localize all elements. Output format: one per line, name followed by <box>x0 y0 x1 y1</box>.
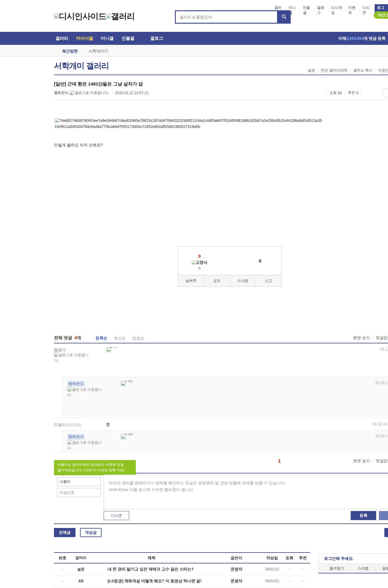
col-rec: 추천 <box>296 555 310 561</box>
view-post-link[interactable]: 본문 보기 <box>353 335 370 341</box>
comment-page-1[interactable]: 1 <box>278 458 281 463</box>
comment-gallog-link[interactable]: 갤로그로 이동합니다. <box>54 352 93 363</box>
scrap-link[interactable]: 스크랩 <box>358 566 369 571</box>
login-message: 로그인해 주세요. <box>319 554 388 563</box>
minor-gallery-badge-icon: ⓜ <box>104 49 108 53</box>
broken-image-icon <box>192 261 196 265</box>
nav-item-persongal[interactable]: 인물갤 <box>122 36 134 41</box>
top-link-dccon[interactable]: 디시콘 <box>363 5 371 15</box>
report-button[interactable]: 신고 <box>256 275 281 286</box>
scrap-button[interactable]: 스크랩 <box>230 275 256 286</box>
broken-image-icon <box>54 14 59 18</box>
comment-submit-secondary-button[interactable]: 등록 <box>379 511 388 520</box>
comment-textarea[interactable]: 타인의 권리를 침해하거나 명예를 훼손하는 댓글은 운영원칙 및 관련 법률에… <box>104 475 388 509</box>
gallog-link[interactable]: 갤로그로 이동합니다. <box>75 90 109 95</box>
comment-time: 01.12 1 <box>376 381 388 385</box>
stat-count: 2,615,954 <box>346 36 364 41</box>
search-input[interactable] <box>175 10 277 24</box>
comment-author-highlight[interactable]: 햄찌펀드 <box>67 434 85 440</box>
gallery-title[interactable]: 서학개미 갤러리 <box>54 61 109 71</box>
top-link-event[interactable]: 이벤트 <box>348 5 357 15</box>
col-title: 제목 <box>91 555 212 561</box>
main-nav: 갤러리 마이너갤 미니갤 인물갤 갤로그 어제 2,615,954 개 댓글 등… <box>0 32 388 45</box>
comment-header-actions: 본문 보기 댓글닫기 <box>353 335 388 341</box>
related-gallery-link[interactable]: 연관 갤러리(2/0) <box>321 68 347 73</box>
clipped-write-button[interactable] <box>384 528 388 537</box>
post-link[interactable]: 내 돈 관리 맡기고 싶은 재테크 고수 같은 스타는? <box>91 566 212 572</box>
comment-gallog-link[interactable]: 갤로그로 이동합니다. <box>67 440 106 451</box>
vote-action-bar: 실베추 공유 스크랩 신고 <box>178 275 281 286</box>
notification-link[interactable]: 알림 <box>382 566 388 571</box>
nav-item-minigal[interactable]: 미니갤 <box>101 36 114 41</box>
col-views: 조회 <box>283 555 296 561</box>
post-stats: 조회 80 추천 0 <box>324 90 364 95</box>
password-input[interactable] <box>57 488 101 497</box>
post-link[interactable]: [LS증권] 계좌개설 어떻게 해요? 이 동영상 하나면 끝! <box>91 578 212 584</box>
comments-count-unit: 개 <box>77 335 81 340</box>
sort-reply[interactable]: 답글순 <box>132 336 144 341</box>
tooltip-line2: 갤닉네임입니다. (삭제 시 닉네임 등록 가능) <box>57 468 132 473</box>
fixed-nick-label: 고정닉 <box>196 260 207 265</box>
post-body-text: 이렇게 올라도 아직 손해죠? <box>54 142 103 148</box>
comment-reply-panel: 햄찌펀드 갤로그로 이동합니다. ㅎ극01 01.12 1 <box>62 377 388 416</box>
search-box <box>175 10 291 24</box>
comment-gallog-link[interactable]: 갤로그로 이동합니다. <box>67 387 106 398</box>
settings-link[interactable]: 설정 <box>308 68 315 73</box>
sort-registered[interactable]: 등록순 <box>95 336 107 341</box>
view-post-link[interactable]: 본문 보기 <box>353 458 370 464</box>
comment-submit-button[interactable]: 등록 <box>351 511 376 520</box>
comment-dccon-broken: ㅎ극01 <box>121 379 145 389</box>
night-mode-toggle[interactable]: 야간 모드 <box>374 12 388 19</box>
comment-count-stat: 어제 2,615,954 개 댓글 등록 <box>338 32 386 45</box>
comment-ip: (182.231) <box>66 423 81 427</box>
nav-item-gallog[interactable]: 갤로그 <box>150 36 163 41</box>
search-button[interactable] <box>277 10 291 24</box>
broken-image-icon <box>121 381 126 386</box>
views-value: 80 <box>338 91 342 95</box>
sort-newest[interactable]: 최신순 <box>114 336 126 341</box>
col-date: 작성일 <box>261 555 283 561</box>
nav-item-gallery[interactable]: 갤러리 <box>55 36 68 41</box>
favorites-link[interactable]: 즐겨찾기 <box>329 566 344 571</box>
fold-comments-link[interactable]: 댓글닫기 <box>376 335 388 341</box>
comments-count: 4 <box>75 335 77 340</box>
logo-suffix-text: 갤러리 <box>111 12 135 21</box>
comments-total-label: 전체 댓글 <box>54 335 72 340</box>
top-link-dcgame[interactable]: 디시게임 <box>331 5 343 15</box>
comment-dccon-broken: ㅂㄴㅅ <box>106 346 130 355</box>
top-link-gallog[interactable]: 갤로그 <box>317 5 326 15</box>
guide-link[interactable]: 이용안내 <box>378 68 388 73</box>
nickname-input[interactable] <box>57 477 101 486</box>
broken-image-icon <box>106 347 111 352</box>
nickname-tooltip: 서붕이는 갤러리에서 권장하는 비회원 전용 갤닉네임입니다. (삭제 시 닉네… <box>54 460 136 475</box>
post-author[interactable]: 햄찌펀드 <box>54 90 69 95</box>
upvote-count: 0 <box>190 253 209 259</box>
tooltip-arrow <box>61 473 65 476</box>
stat-prefix: 어제 <box>338 36 346 41</box>
copy-url-link[interactable]: 갤주소 복사 <box>353 68 372 73</box>
post-title: [일반] 근데 환전 1481단들은 그냥 살자가 답 <box>54 81 143 87</box>
recent-visit-bar: 최근방문 서학개미ⓜ <box>0 45 388 57</box>
post-tool-button[interactable] <box>383 89 388 98</box>
comment-author-highlight[interactable]: 햄찌펀드 <box>67 381 85 387</box>
concept-posts-button[interactable]: 개념글 <box>80 528 102 537</box>
table-row[interactable]: - AD [LS증권] 계좌개설 어떻게 해요? 이 동영상 하나면 끝! 운영… <box>54 575 310 587</box>
recent-visit-gallery[interactable]: 서학개미ⓜ <box>89 48 108 54</box>
table-row[interactable]: - 설문 내 돈 관리 맡기고 싶은 재테크 고수 같은 스타는? 운영자 26… <box>54 563 310 575</box>
login-sidebar: 로그인해 주세요. 즐겨찾기 스크랩 알림 <box>318 553 388 573</box>
fold-comments-link[interactable]: 댓글닫기 <box>376 458 388 464</box>
broken-image-icon <box>55 118 59 123</box>
share-button[interactable]: 공유 <box>204 275 229 286</box>
all-posts-button[interactable]: 전체글 <box>54 528 75 537</box>
site-logo[interactable]: 디시인사이드갤러리 <box>54 11 135 22</box>
silbechu-button[interactable]: 실베추 <box>178 275 204 286</box>
downvote-count[interactable]: 0 <box>254 258 266 263</box>
nav-item-minorgal[interactable]: 마이너갤 <box>76 36 93 41</box>
top-utility-links: 갤러리 미니갤 인물갤 갤로그 디시게임 이벤트 디시콘 로그인 <box>274 4 388 16</box>
comment-author: 미붕이(182.231) <box>54 422 81 428</box>
dccon-button[interactable]: 디시콘 <box>104 511 129 520</box>
rec-label: 추천 <box>348 90 355 95</box>
post-attachment-broken-image: 74e88274b58760f43ee7e9e344847c6ed02940e7… <box>55 118 324 130</box>
top-link-persongal[interactable]: 인물갤 <box>303 5 311 15</box>
upvote-area[interactable]: 0 고정닉 0 <box>190 253 209 270</box>
